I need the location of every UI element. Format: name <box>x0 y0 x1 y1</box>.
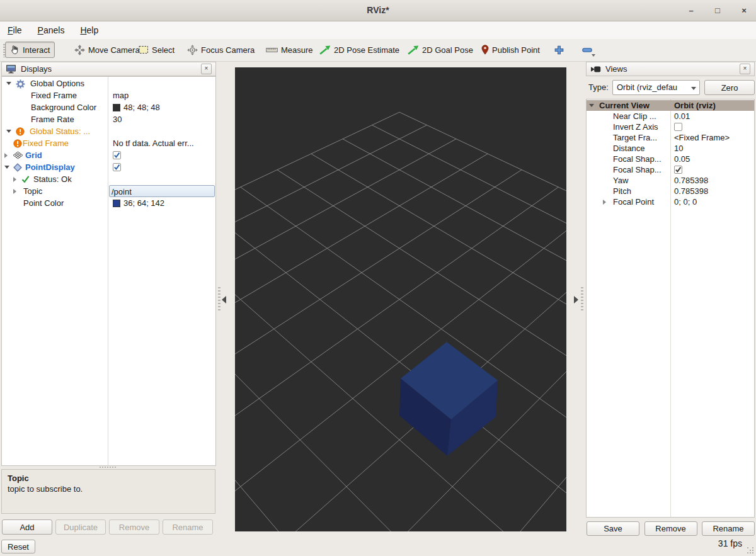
zero-button[interactable]: Zero <box>704 80 755 95</box>
menu-item-file[interactable]: File <box>8 25 22 35</box>
resize-grip[interactable] <box>747 547 748 548</box>
tree-row-yaw[interactable]: Yaw0.785398 <box>587 175 754 186</box>
tree-row-pitch[interactable]: Pitch0.785398 <box>587 186 754 196</box>
checkbox-pointdisplay[interactable] <box>113 163 121 171</box>
tree-value-focal-point[interactable]: 0; 0; 0 <box>672 196 753 207</box>
tree-value-point-color[interactable]: 36; 64; 142 <box>110 197 215 209</box>
views-remove-button[interactable]: Remove <box>644 521 697 536</box>
tree-row-focal-shape-size[interactable]: Focal Shap...0.05 <box>587 154 754 164</box>
menu-item-help[interactable]: Help <box>80 25 98 35</box>
tree-value-topic[interactable]: /point <box>109 185 215 197</box>
tree-value-background-color[interactable]: 48; 48; 48 <box>110 101 215 113</box>
add-tool-button[interactable] <box>549 42 569 58</box>
warning-icon <box>13 139 22 148</box>
tree-label-point-color: Point Color <box>23 197 64 209</box>
tree-row-fixed-frame[interactable]: Fixed Framemap <box>2 89 215 101</box>
tree-value-fixed-frame[interactable]: map <box>110 89 215 101</box>
tool-measure[interactable]: Measure <box>261 42 318 58</box>
collapse-left-panel-icon[interactable] <box>222 296 226 304</box>
menu-item-panels[interactable]: Panels <box>38 25 65 35</box>
tree-value-distance[interactable]: 10 <box>672 143 753 154</box>
collapse-right-panel-icon[interactable] <box>574 296 578 304</box>
reset-button[interactable]: Reset <box>1 540 35 553</box>
tree-row-target-frame[interactable]: Target Fra...<Fixed Frame> <box>587 132 754 143</box>
remove-tool-button[interactable] <box>577 42 597 58</box>
tool-focus-camera[interactable]: Focus Camera <box>182 42 260 58</box>
tree-row-global-status[interactable]: Global Status: ... <box>2 125 215 137</box>
expand-arrow-icon[interactable] <box>603 200 606 205</box>
checkbox-focal-shape-fixed[interactable] <box>674 166 682 174</box>
tree-row-invert-z-axis[interactable]: Invert Z Axis <box>587 122 754 132</box>
tool-select[interactable]: Select <box>134 42 180 58</box>
tree-label-background-color: Background Color <box>31 101 96 113</box>
maximize-button[interactable]: □ <box>712 5 723 16</box>
tree-value-current-view[interactable]: Orbit (rviz) <box>672 100 753 111</box>
color-swatch-point-color[interactable] <box>113 200 120 207</box>
expand-arrow-icon[interactable] <box>4 153 8 158</box>
window-controls: –□× <box>685 0 750 21</box>
displays-remove-button[interactable]: Remove <box>109 519 159 535</box>
displays-duplicate-button[interactable]: Duplicate <box>55 519 106 535</box>
tree-row-near-clip[interactable]: Near Clip ...0.01 <box>587 111 754 122</box>
tree-label-yaw: Yaw <box>613 175 628 186</box>
displays-close-icon[interactable]: × <box>201 64 212 74</box>
views-rename-button[interactable]: Rename <box>702 521 755 536</box>
tree-row-current-view[interactable]: Current ViewOrbit (rviz) <box>587 100 754 111</box>
right-splitter[interactable] <box>581 287 583 312</box>
displays-add-button[interactable]: Add <box>2 519 52 535</box>
collapse-arrow-icon[interactable] <box>6 82 11 85</box>
collapse-arrow-icon[interactable] <box>4 166 9 169</box>
collapse-arrow-icon[interactable] <box>589 104 594 107</box>
tree-row-pointdisplay[interactable]: PointDisplay <box>2 161 215 173</box>
checkbox-invert-z-axis[interactable] <box>674 123 682 131</box>
displays-tree: Global OptionsFixed FramemapBackground C… <box>1 76 216 466</box>
tree-value-near-clip[interactable]: 0.01 <box>672 111 753 122</box>
view-type-label: Type: <box>588 82 609 92</box>
tree-row-fixed-frame-status[interactable]: Fixed FrameNo tf data. Actual err... <box>2 137 215 149</box>
color-swatch-background-color[interactable] <box>113 104 120 111</box>
minimize-button[interactable]: – <box>685 5 697 16</box>
move-icon <box>74 45 85 55</box>
titlebar[interactable]: RViz* –□× <box>0 0 756 21</box>
property-description-title: Topic <box>8 473 209 484</box>
expand-arrow-icon[interactable] <box>13 177 16 182</box>
views-save-button[interactable]: Save <box>587 521 639 536</box>
tool-publish-point[interactable]: Publish Point <box>476 42 545 58</box>
tree-row-focal-point[interactable]: Focal Point0; 0; 0 <box>587 196 754 207</box>
tool-2d-goal-pose[interactable]: 2D Goal Pose <box>403 42 478 58</box>
tree-row-global-options[interactable]: Global Options <box>2 77 215 89</box>
tree-row-topic[interactable]: Topic/point <box>2 185 215 197</box>
tree-row-frame-rate[interactable]: Frame Rate30 <box>2 113 215 125</box>
displays-panel-header[interactable]: Displays × <box>1 62 216 76</box>
left-splitter[interactable] <box>218 287 220 312</box>
tree-label-topic: Topic <box>23 185 42 197</box>
displays-splitter-handle[interactable] <box>100 467 101 468</box>
views-close-icon[interactable]: × <box>740 64 750 74</box>
displays-rename-button[interactable]: Rename <box>163 519 213 535</box>
tree-row-focal-shape-fixed[interactable]: Focal Shap... <box>587 164 754 175</box>
collapse-arrow-icon[interactable] <box>6 130 11 133</box>
tree-row-background-color[interactable]: Background Color48; 48; 48 <box>2 101 215 113</box>
expand-arrow-icon[interactable] <box>13 189 16 194</box>
close-button[interactable]: × <box>738 5 750 16</box>
tree-row-status-ok[interactable]: Status: Ok <box>2 173 215 185</box>
render-viewport-3d[interactable] <box>235 67 566 531</box>
tree-label-focal-shape-size: Focal Shap... <box>613 154 662 164</box>
checkbox-grid[interactable] <box>113 151 121 159</box>
tree-row-distance[interactable]: Distance10 <box>587 143 754 154</box>
tree-value-frame-rate[interactable]: 30 <box>110 113 215 125</box>
tree-value-fixed-frame-status[interactable]: No tf data. Actual err... <box>110 137 215 149</box>
focus-camera-icon <box>187 45 198 55</box>
tree-value-focal-shape-size[interactable]: 0.05 <box>672 154 753 164</box>
tool-2d-pose-estimate[interactable]: 2D Pose Estimate <box>314 42 404 58</box>
tool-label: Focus Camera <box>201 45 255 55</box>
tree-row-point-color[interactable]: Point Color36; 64; 142 <box>2 197 215 209</box>
tool-interact[interactable]: Interact <box>5 42 55 58</box>
tree-value-yaw[interactable]: 0.785398 <box>672 175 753 186</box>
view-type-dropdown[interactable]: Orbit (rviz_defau <box>612 80 700 95</box>
tree-row-grid[interactable]: Grid <box>2 149 215 161</box>
views-panel-header[interactable]: Views × <box>586 62 755 76</box>
tree-value-pitch[interactable]: 0.785398 <box>672 186 753 196</box>
tree-value-target-frame[interactable]: <Fixed Frame> <box>672 132 753 143</box>
diamond-icon <box>13 163 22 172</box>
